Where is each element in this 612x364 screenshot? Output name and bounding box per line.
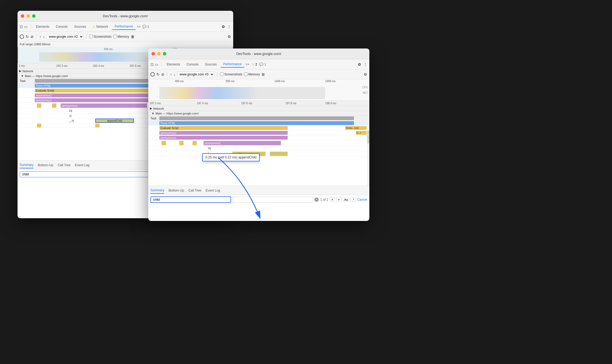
search-count-2: 1 of 2 <box>320 198 328 202</box>
anon-bar-2b: (anonymous) <box>159 136 288 140</box>
device-icon[interactable]: ▭ <box>24 25 27 29</box>
tooltip-text: 0.25 ms (self 0.22 ms) appendChild <box>205 155 256 159</box>
window-controls-2 <box>152 52 166 56</box>
tab-performance[interactable]: Performance <box>112 23 136 30</box>
action-settings-icon[interactable]: ⚙ <box>228 34 231 39</box>
tab-elements-2[interactable]: Elements <box>164 61 183 67</box>
tab-sources-2[interactable]: Sources <box>202 61 219 67</box>
minimap-bars-2 <box>159 87 325 99</box>
tab-call-tree-2[interactable]: Call Tree <box>188 188 201 193</box>
memory-label-2: Memory <box>244 72 260 76</box>
maximize-button-2[interactable] <box>163 52 166 56</box>
evaluate-script-label-2: Evaluate Script <box>160 127 178 130</box>
maximize-button-1[interactable] <box>32 14 36 18</box>
search-next-btn[interactable]: ∨ <box>336 197 341 202</box>
parse-html-label: Parse HTML <box>36 84 51 87</box>
anon-label-1: (anonymous) <box>36 94 51 97</box>
sep-2b <box>167 72 167 77</box>
regex-btn[interactable]: .* <box>351 197 355 202</box>
task-label: Task <box>20 79 26 82</box>
download-icon[interactable]: ↓ <box>43 34 45 39</box>
search-prev-btn[interactable]: ∧ <box>330 197 335 202</box>
inspector-icon-2[interactable]: ⊡ <box>150 62 154 67</box>
sep-2a <box>161 62 162 67</box>
tooltip-box: 0.25 ms (self 0.22 ms) appendChild <box>202 153 260 161</box>
screenshots-checkbox-2[interactable] <box>220 72 224 76</box>
nested-anon-label: (anonymous) <box>62 104 77 107</box>
match-case-btn[interactable]: Aa <box>343 197 349 202</box>
url-selector[interactable]: www.google.com #2 <box>46 34 84 39</box>
network-toggle-2[interactable]: ▶ <box>150 107 152 110</box>
appendchild-bar-highlighted: appendChild <box>95 119 134 123</box>
tab-network[interactable]: ⚠ Network <box>90 24 111 30</box>
vj-label: _.vj <box>69 119 74 122</box>
main-toggle-icon[interactable]: ▼ <box>21 74 24 78</box>
more-tabs-icon[interactable]: >> <box>137 25 141 29</box>
minimize-button-2[interactable] <box>157 52 161 56</box>
evaluate-script-label: Evaluate Script <box>36 89 54 92</box>
device-icon-2[interactable]: ▭ <box>155 62 158 67</box>
ct-label: C...t <box>356 131 361 134</box>
sep-3 <box>86 34 87 39</box>
network-toggle-icon[interactable]: ▶ <box>19 69 21 73</box>
close-button-2[interactable] <box>152 52 155 56</box>
anon-row-2a: (anonymous) C...t <box>148 130 369 135</box>
evaluate-script-row-2: Evaluate Script Evalu...cript <box>148 126 369 130</box>
ruler2-197-8: 197.8 ms <box>285 102 296 105</box>
more-options-icon-2[interactable]: ⋮ <box>363 62 367 67</box>
screenshots-label: Screenshots <box>89 35 112 39</box>
tab-performance-2[interactable]: Performance <box>221 61 245 68</box>
tab-event-log-1[interactable]: Event Log <box>75 162 90 168</box>
tab-summary-1[interactable]: Summary <box>20 162 33 168</box>
bottom-tabs-2: Summary Bottom-Up Call Tree Event Log <box>148 186 369 195</box>
anon-label-2: (anonymous) <box>36 99 51 102</box>
tab-bottom-up-1[interactable]: Bottom-Up <box>38 162 53 168</box>
upload-icon[interactable]: ↑ <box>39 34 41 39</box>
ruler-label-202-5: 202.5 ms <box>130 64 141 67</box>
tab-elements[interactable]: Elements <box>33 24 52 30</box>
clear-icon-2[interactable]: ⊘ <box>161 72 164 77</box>
evalu-cript-bar: Evalu...cript <box>345 126 367 130</box>
cancel-search-btn[interactable]: Cancel <box>357 198 367 202</box>
tab-call-tree-1[interactable]: Call Tree <box>58 162 71 168</box>
hj-row-2: Hj <box>148 146 369 151</box>
close-button-1[interactable] <box>21 14 24 18</box>
main-toggle-2[interactable]: ▼ <box>152 112 154 115</box>
download-icon-2[interactable]: ↓ <box>174 72 176 77</box>
search-input-2[interactable] <box>150 196 231 203</box>
hj-label-2: Hj <box>208 147 211 150</box>
search-bar-2: ✕ 1 of 2 ∧ ∨ Aa .* Cancel <box>148 195 369 204</box>
screenshots-checkbox[interactable] <box>89 35 93 38</box>
refresh-icon-2[interactable]: ↻ <box>156 72 160 77</box>
memory-checkbox[interactable] <box>113 35 117 38</box>
inspector-icon[interactable]: ⊡ <box>20 25 23 29</box>
more-tabs-icon-2[interactable]: >> <box>246 63 249 66</box>
more-options-icon[interactable]: ⋮ <box>227 25 231 29</box>
tab-console-2[interactable]: Console <box>184 61 201 67</box>
refresh-icon[interactable]: ↻ <box>26 34 29 39</box>
tab-summary-2[interactable]: Summary <box>150 187 164 194</box>
clear-icon[interactable]: ⊘ <box>30 34 34 39</box>
minimize-button-1[interactable] <box>26 14 30 18</box>
record-button-2[interactable] <box>150 72 155 77</box>
grid-icon-2[interactable]: ⊞ <box>262 72 265 77</box>
clear-search-2[interactable]: ✕ <box>314 197 319 202</box>
search-extra-input[interactable] <box>233 197 313 203</box>
tab-bottom-up-2[interactable]: Bottom-Up <box>169 188 184 193</box>
minimap-label-999-2: 999 ms <box>226 80 235 83</box>
action-settings-icon-2[interactable]: ⚙ <box>364 72 367 77</box>
settings-icon-2[interactable]: ⚙ <box>358 62 361 67</box>
url-selector-2[interactable]: www.google.com #3 <box>177 72 214 77</box>
trash-icon[interactable]: 🗑 <box>131 34 135 39</box>
sep-2c <box>217 72 217 77</box>
memory-checkbox-2[interactable] <box>244 72 247 76</box>
tab-console[interactable]: Console <box>53 24 70 30</box>
tab-event-log-2[interactable]: Event Log <box>206 188 220 193</box>
parse-html-bar-2: Parse HTML <box>159 121 354 125</box>
record-button[interactable] <box>20 34 24 39</box>
upload-icon-2[interactable]: ↑ <box>170 72 172 77</box>
tab-sources[interactable]: Sources <box>71 24 89 30</box>
ruler-2: 197.2 ms 197.4 ms 197.6 ms 197.8 ms 198.… <box>148 101 369 106</box>
settings-icon[interactable]: ⚙ <box>222 25 225 29</box>
minimap-2: 499 ms 999 ms 1499 ms 1999 ms CPU NET <box>148 79 369 101</box>
